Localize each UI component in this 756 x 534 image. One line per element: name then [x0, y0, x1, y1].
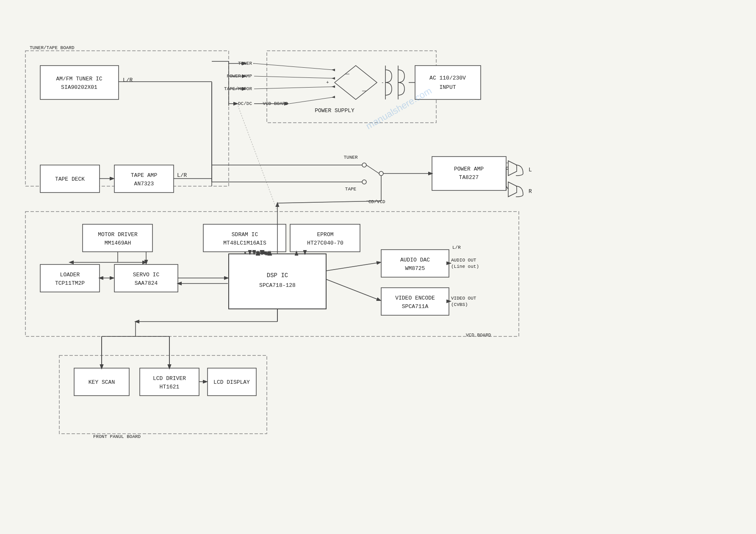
tape-deck-label: TAPE DECK — [55, 176, 85, 182]
servo-ic-line1: SERVO IC — [133, 272, 160, 278]
svg-rect-4 — [114, 165, 174, 193]
dsp-ic-line2: SPCA718-128 — [259, 282, 296, 289]
tape-amp-line1: TAPE AMP — [131, 172, 158, 179]
front-panel-board-label: FRONT PANUL BOARD — [93, 434, 141, 439]
ac-input-line1: AC 110/230V — [429, 75, 466, 81]
r-speaker-label: R — [529, 188, 532, 195]
dcdc-label: DC/DC — [238, 101, 252, 106]
plus-sign: + — [326, 80, 329, 85]
sdram-ic-line2: MT48LC1M16AIS — [223, 240, 266, 246]
video-encode-line2: SPCA711A — [402, 303, 429, 310]
audio-dac-line1: AUDIO DAC — [400, 257, 430, 263]
svg-rect-58 — [229, 254, 326, 309]
minus-sign: - — [381, 80, 384, 85]
vcd-board-label: VCD BOARD — [466, 333, 491, 338]
key-scan-label: KEY SCAN — [89, 379, 115, 385]
video-out-line2: (CVBS) — [451, 302, 468, 307]
eprom-line1: EPROM — [317, 231, 333, 238]
motor-driver-line2: MM1469AH — [105, 240, 131, 246]
video-out-line1: VIDEO OUT — [451, 296, 476, 301]
audio-dac-line2: WM8725 — [405, 265, 425, 272]
svg-rect-38 — [432, 157, 506, 190]
tuner-switch-label: TUNER — [343, 155, 357, 160]
sdram-ic-line1: SDRAM IC — [232, 231, 258, 238]
am-fm-tuner-line1: AM/FM TUNER IC — [56, 76, 102, 82]
dsp-ic-line1: DSP IC — [267, 272, 288, 279]
lcd-driver-line1: LCD DRIVER — [153, 375, 186, 382]
am-fm-tuner-line2: SIA90202X01 — [61, 84, 97, 91]
svg-rect-80 — [381, 250, 449, 277]
loader-line1: LOADER — [60, 272, 80, 278]
lr-label-tape: L/R — [177, 172, 187, 179]
servo-ic-line2: SAA7824 — [135, 280, 158, 286]
video-encode-line1: VIDEO ENCODE — [395, 295, 435, 301]
lr-label-tuner: L/R — [123, 77, 133, 83]
ac-input-line2: INPUT — [439, 84, 456, 91]
diagram-container: TUNER/TAPE BOARD AM/FM TUNER IC SIA90202… — [0, 0, 756, 534]
lcd-display-label: LCD DISPLAY — [213, 379, 250, 385]
power-amp-line1: POWER AMP — [454, 166, 484, 172]
cd-vcd-label: CD/VCD — [368, 199, 385, 204]
tuner-tape-board-label: TUNER/TAPE BOARD — [30, 45, 75, 50]
svg-rect-93 — [140, 368, 199, 396]
power-amp-line2: TA8227 — [459, 174, 479, 181]
l-speaker-label: L — [529, 167, 532, 173]
motor-driver-line1: MOTOR DRIVER — [98, 231, 138, 238]
svg-rect-51 — [114, 264, 178, 292]
svg-rect-2 — [40, 66, 119, 99]
loader-line2: TCP11TM2P — [55, 280, 85, 286]
svg-rect-56 — [203, 224, 286, 252]
lcd-driver-line2: HT1621 — [160, 384, 180, 390]
svg-rect-81 — [381, 288, 449, 315]
svg-rect-57 — [290, 224, 360, 252]
tape-amp-line2: AN7323 — [134, 181, 154, 187]
tape-switch-label: TAPE — [345, 187, 357, 192]
svg-rect-50 — [40, 264, 100, 292]
audio-out-line2: (Line out) — [451, 264, 479, 269]
svg-rect-49 — [83, 224, 152, 252]
audio-out-line1: AUDIO OUT — [451, 258, 476, 263]
power-supply-label: POWER SUPPLY — [315, 107, 354, 114]
lr-label-audio: L/R — [452, 245, 461, 250]
eprom-line2: HT27C040-70 — [307, 240, 343, 246]
